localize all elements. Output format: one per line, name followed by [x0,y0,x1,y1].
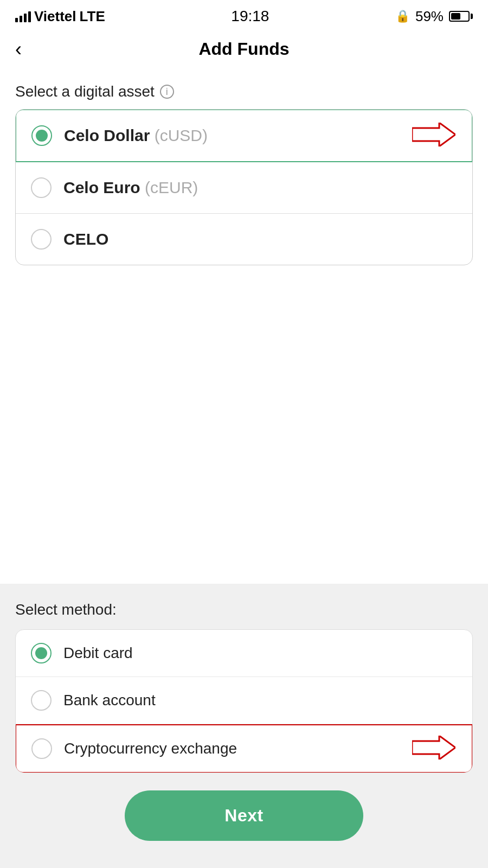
radio-ceur [31,177,52,198]
asset-section-label: Select a digital asset i [15,83,473,100]
status-time: 19:18 [231,8,269,25]
status-right: 🔒 59% [395,8,473,25]
info-icon[interactable]: i [160,85,174,99]
asset-option-cusd[interactable]: Celo Dollar (cUSD) [15,109,473,162]
asset-name-celo: CELO [63,230,108,248]
next-button-container: Next [15,790,473,841]
radio-cusd [31,125,52,146]
arrow-cusd-annotation [412,123,455,149]
asset-option-ceur[interactable]: Celo Euro (cEUR) [16,162,472,214]
status-bar: Viettel LTE 19:18 🔒 59% [0,0,488,30]
asset-name-cusd: Celo Dollar (cUSD) [64,126,208,145]
radio-celo [31,229,52,250]
method-name-crypto: Cryptocurrency exchange [64,740,237,757]
network-type: LTE [80,8,105,25]
method-option-bank[interactable]: Bank account [16,677,472,724]
battery-percentage: 59% [415,8,444,25]
page-title: Add Funds [198,39,289,59]
header: ‹ Add Funds [0,30,488,70]
arrow-crypto-annotation [412,736,455,762]
radio-bank [31,690,52,711]
asset-option-celo[interactable]: CELO [16,214,472,265]
battery-icon [449,11,473,22]
svg-marker-1 [412,736,455,760]
next-button[interactable]: Next [125,790,363,841]
main-content: Select a digital asset i Celo Dollar (cU… [0,70,488,265]
lock-icon: 🔒 [395,9,410,23]
svg-marker-0 [412,123,455,146]
carrier-name: Viettel [34,8,76,25]
asset-name-ceur: Celo Euro (cEUR) [63,178,198,197]
method-name-debit: Debit card [63,644,133,662]
method-section-label: Select method: [15,601,473,618]
radio-crypto [31,738,52,759]
radio-debit [31,643,52,663]
asset-selection-card: Celo Dollar (cUSD) Celo Euro (cEUR) CELO [15,109,473,265]
radio-cusd-fill [36,130,48,142]
method-name-bank: Bank account [63,692,156,709]
back-button[interactable]: ‹ [15,38,22,61]
status-carrier: Viettel LTE [15,8,105,25]
method-option-debit[interactable]: Debit card [16,630,472,677]
method-option-crypto[interactable]: Cryptocurrency exchange [15,724,473,773]
signal-icon [15,10,31,22]
radio-debit-fill [35,647,47,659]
bottom-section: Select method: Debit card Bank account C… [0,584,488,868]
method-selection-card: Debit card Bank account Cryptocurrency e… [15,629,473,773]
